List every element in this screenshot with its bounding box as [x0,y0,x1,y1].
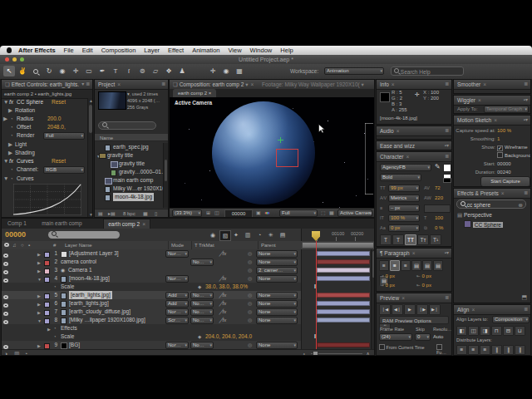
magnification-dropdown[interactable]: (33.3%) [172,209,202,217]
clone-stamp-tool[interactable]: ⊚ [136,66,148,76]
layer-duration-bar[interactable] [317,309,370,314]
menu-item[interactable]: Composition [97,46,140,55]
parent-pickwhip-icon[interactable]: ◎ [248,341,252,349]
blend-mode-dropdown[interactable]: Nor… [165,308,189,316]
expand-transfer-controls-icon[interactable]: ▥ [14,350,20,356]
twirl-icon[interactable]: ▼ [3,98,8,106]
help-search-input[interactable]: Search Help [391,66,464,76]
parent-dropdown[interactable]: None [256,342,298,349]
layer-duration-bar[interactable] [317,268,370,273]
effect-property-row[interactable]: ▶◔Radius200.0 [2,115,86,123]
project-item[interactable]: main earth comp [95,176,163,185]
project-item[interactable]: ▼gravity title [95,151,163,160]
distribute-bottom-button[interactable]: ≡ [480,345,490,355]
label-chip[interactable] [44,252,50,258]
panel-menu-icon[interactable]: ≣ [524,189,528,198]
panel-menu-icon[interactable]: ≣ [445,126,449,135]
indent-field[interactable]: ⇤0 px [416,282,431,289]
align-center-h-button[interactable]: ◫ [468,326,479,336]
work-area-bar[interactable] [302,242,374,249]
viewer-subtab[interactable]: earth comp 2 × [173,89,216,97]
clear-search-icon[interactable]: ⊗ [519,200,523,209]
project-search-input[interactable] [98,121,156,130]
stopwatch-icon[interactable]: ◔ [10,165,13,174]
new-composition-icon[interactable]: ▦ [143,209,148,218]
blend-mode-dropdown[interactable]: Nor… [165,342,189,349]
trkmat-dropdown[interactable]: No… [190,259,214,266]
composition-viewer[interactable]: Active Camera [170,97,374,208]
panel-toggle-icon[interactable]: ▪▾ [445,141,449,150]
panel-menu-icon[interactable]: ≣ [161,80,165,89]
property-dropdown[interactable]: Full [43,132,85,140]
bit-depth-label[interactable]: 8 bpc [123,209,135,218]
effect-property-row[interactable]: ▼◔Curves [2,175,86,183]
track-lane[interactable] [301,308,375,316]
align-tab[interactable]: Align×≣ [454,305,530,315]
label-chip[interactable] [44,343,50,349]
footage-tab[interactable]: Footage: Milky Way Wallpaper 1920X10( ▾ [262,81,364,87]
eraser-tool[interactable]: ▱ [150,66,161,76]
trkmat-column-header[interactable]: T TrkMat [191,241,214,249]
selection-tool[interactable]: ↖ [3,66,15,76]
motion-sketch-tab[interactable]: Motion Sketch×▪▾ [454,116,530,126]
stopwatch-icon[interactable]: ◔ [10,123,13,131]
apply-to-dropdown[interactable]: Temporal Graph [484,106,529,113]
new-animation-preset-icon[interactable]: ⬒ [521,294,527,301]
scrollbar-thumb[interactable] [89,105,92,133]
align-center-v-button[interactable]: ⊟ [503,326,514,336]
effects-search-input[interactable]: cc sphere⊗ [456,200,526,209]
menu-item[interactable]: Animation [188,46,224,55]
setting-value[interactable]: 1 [497,135,500,143]
effect-property-row[interactable]: ▶Light [2,140,86,149]
blend-mode-dropdown[interactable]: Nor… [165,275,189,283]
effect-property-row[interactable]: ◔Channel:RGB [2,165,86,174]
mask-visibility-icon[interactable]: ◫ [214,209,219,217]
menu-item[interactable]: Effect [164,46,188,55]
menu-item[interactable]: Help [276,46,297,55]
resolution-value[interactable]: Auto [433,334,443,339]
stopwatch-icon[interactable]: ◔ [10,131,13,140]
parent-dropdown[interactable]: None [256,300,298,308]
live-update-icon[interactable]: ◉ [208,230,218,239]
character-tab[interactable]: Character×≣ [377,152,451,162]
distribute-top-button[interactable]: ≡ [456,345,467,355]
menu-item[interactable]: After Effects [14,46,60,55]
effect-name[interactable]: Curves [17,157,34,165]
property-value[interactable]: 2048.0, [47,123,66,131]
indent-field[interactable]: ⇥0 px [380,282,395,289]
scroll-up-icon[interactable]: ▲ [88,98,93,103]
from-current-time-checkbox[interactable]: From Current Time [379,344,425,350]
fx-switch-icon[interactable]: ╱fx [219,274,226,283]
effect-controls-tab[interactable]: ❏ Effect Controls: earth_lights.▾ ≣ [2,80,92,90]
track-lane[interactable] [301,274,375,283]
indent-field[interactable]: ⇥0 px [380,273,395,280]
twirl-icon[interactable]: ▶ [8,140,12,149]
track-lane[interactable] [301,258,375,266]
property-label[interactable]: Scale [61,283,74,291]
character-value-dropdown[interactable]: – px [388,204,420,212]
twirl-icon[interactable]: ▶ [8,106,12,115]
safe-guides-icon[interactable]: ⊞ [206,209,210,217]
small-caps-button[interactable]: Tт [417,234,429,245]
align-layers-to-dropdown[interactable]: Composition [492,316,530,323]
effect-property-row[interactable]: ◔Offset2048.0, [2,123,86,131]
setting-value[interactable]: Background [497,151,531,160]
eyedropper-icon[interactable]: ✎ [435,163,441,170]
layer-name[interactable]: [earth_lights.jpg] [69,299,109,308]
audio-tab[interactable]: Audio×≣ [377,126,451,136]
blend-mode-dropdown[interactable]: Add [165,292,189,299]
layer-duration-bar[interactable] [317,318,370,323]
parent-dropdown[interactable]: None [256,317,298,324]
parent-pickwhip-icon[interactable]: ◎ [248,249,252,258]
next-frame-button[interactable]: ❘▶ [416,304,428,315]
track-lane[interactable] [301,324,375,332]
expand-layer-switches-icon[interactable]: ◑ [4,350,7,356]
blend-mode-dropdown[interactable]: Add [165,300,189,308]
project-item-name[interactable]: gravity title [107,151,133,160]
delete-icon[interactable]: ▯ [155,209,157,218]
pen-tool[interactable]: ✒ [96,66,108,76]
trkmat-dropdown[interactable]: No… [190,300,214,308]
property-label[interactable]: Scale [61,332,74,341]
expand-inout-icon[interactable]: ◔ [24,350,27,356]
project-item-name[interactable]: gravity title [119,160,145,168]
